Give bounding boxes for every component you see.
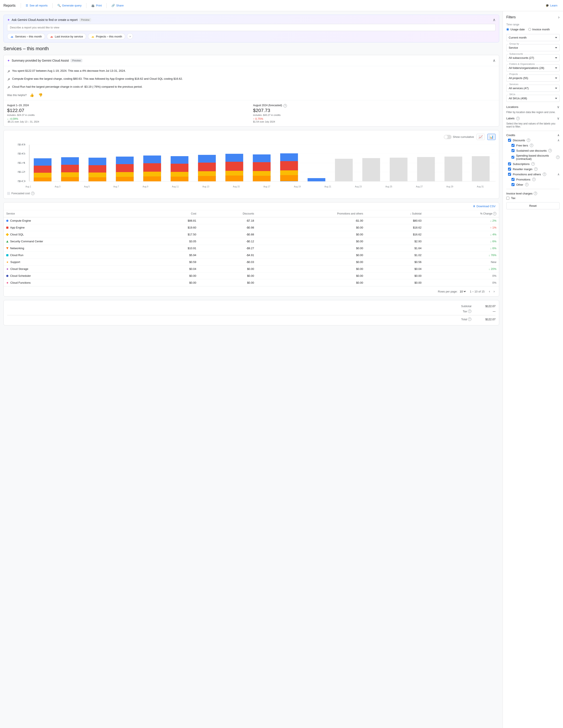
labels-help-icon[interactable]: ? xyxy=(516,117,520,120)
gemini-input[interactable] xyxy=(7,24,496,31)
projects-select[interactable]: All projects (55) xyxy=(506,75,560,82)
change-cell: ↓ 76% xyxy=(424,252,499,259)
cumulative-switch[interactable] xyxy=(444,135,452,139)
discounts-checkbox[interactable] xyxy=(508,139,511,142)
service-cell: ★ Support xyxy=(4,259,151,266)
labels-collapsible[interactable]: Labels ? ∨ xyxy=(506,116,560,120)
promotions-others-checkbox[interactable] xyxy=(508,173,511,176)
group-by-select[interactable]: Service xyxy=(506,44,560,51)
sustained-item: Sustained use discounts ? xyxy=(512,149,560,152)
cost-cell: $88.81 xyxy=(151,217,199,224)
report-chip-services[interactable]: ☁ Services – this month xyxy=(7,33,45,40)
other-help-icon[interactable]: ? xyxy=(525,183,529,186)
trend-icon-1: ↗ xyxy=(7,69,10,74)
spending-item: Spending based discounts (contractual) ? xyxy=(512,154,560,160)
spending-help-icon[interactable]: ? xyxy=(556,156,560,159)
change-cell: ↓ 20% xyxy=(424,266,499,272)
promotions-help-icon[interactable]: ? xyxy=(532,178,536,181)
nav-divider-2 xyxy=(52,3,53,8)
promotions-checkbox[interactable] xyxy=(512,178,515,181)
see-all-reports-button[interactable]: ☰ See all reports xyxy=(23,3,50,8)
current-month-select[interactable]: Current month xyxy=(506,34,560,41)
subscriptions-checkbox[interactable] xyxy=(508,162,511,165)
svg-rect-46 xyxy=(253,176,270,181)
report-chip-last-invoice[interactable]: ☁ Last invoice by service xyxy=(47,33,86,40)
summary-body: ↗ You spent $122.07 between Aug 1-19, 20… xyxy=(4,66,499,100)
gemini-banner-header: ✦ Ask Gemini Cloud Assist to find or cre… xyxy=(7,17,496,22)
sidebar-divider-credits xyxy=(506,131,560,131)
col-promotions: Promotions and others xyxy=(257,210,366,217)
generate-query-button[interactable]: 🔍 Generate query xyxy=(55,3,84,8)
subtotal-cell: $1.02 xyxy=(366,252,424,259)
subaccounts-select[interactable]: All subaccounts (27) xyxy=(506,54,560,61)
help-icon-forecast[interactable]: ? xyxy=(284,104,287,107)
show-cumulative-toggle[interactable]: Show cumulative xyxy=(444,135,474,139)
service-cell: Cloud Scheduler xyxy=(4,272,151,279)
svg-rect-33 xyxy=(171,172,188,177)
collapse-button[interactable]: ∧ xyxy=(493,17,496,22)
subtotal-cell: $0.00 xyxy=(366,279,424,286)
invoice-charges-help-icon[interactable]: ? xyxy=(534,192,537,195)
services-select[interactable]: All services (47) xyxy=(506,85,560,92)
svg-text:$8: $8 xyxy=(17,143,26,146)
free-tiers-checkbox[interactable] xyxy=(512,144,515,147)
sustained-checkbox[interactable] xyxy=(512,149,515,152)
promotions-cell: $0.00 xyxy=(257,238,366,245)
summary-card-header: ✦ Summary provided by Gemini Cloud Assis… xyxy=(4,55,499,66)
bar-chart-button[interactable]: 📊 xyxy=(487,134,496,140)
cost-cell: $0.59 xyxy=(151,259,199,266)
share-button[interactable]: 🔗 Share xyxy=(109,3,126,8)
change-help-icon[interactable]: ? xyxy=(493,212,496,215)
table-row: Cloud Scheduler $0.00 $0.00 $0.00 $0.00 … xyxy=(4,272,499,279)
thumbs-up-button[interactable]: 👍 xyxy=(28,93,35,98)
folders-wrapper: Folders & Organizations All folders/orga… xyxy=(506,64,560,72)
locations-collapsible[interactable]: Locations ∨ xyxy=(506,105,560,109)
labels-hint: Select the key and values of the labels … xyxy=(506,122,560,128)
labels-expand-icon: ∨ xyxy=(557,116,560,120)
rows-per-page-select[interactable]: 10 25 50 xyxy=(459,290,466,293)
learn-button[interactable]: 🎓 Learn xyxy=(543,3,560,8)
chips-next-button[interactable]: › xyxy=(127,33,133,39)
tax-checkbox[interactable] xyxy=(506,197,509,200)
stat-change-1: ↓ -4.09% xyxy=(7,117,249,120)
spending-checkbox[interactable] xyxy=(512,156,514,159)
page-info: 1 – 10 of 15 xyxy=(470,290,485,293)
next-page-button[interactable]: › xyxy=(493,289,496,294)
free-tiers-help-icon[interactable]: ? xyxy=(530,144,533,147)
cloud-icon-2: ☁ xyxy=(50,35,53,38)
chart-controls: Show cumulative 📈 📊 xyxy=(7,134,496,140)
thumbs-down-button[interactable]: 👎 xyxy=(37,93,44,98)
skus-select[interactable]: All SKUs (408) xyxy=(506,95,560,102)
promotions-others-help-icon[interactable]: ? xyxy=(543,173,546,176)
reset-button[interactable]: Reset xyxy=(506,202,560,209)
learn-icon: 🎓 xyxy=(546,4,549,7)
line-chart-button[interactable]: 📈 xyxy=(477,134,485,140)
other-checkbox[interactable] xyxy=(512,183,515,186)
preview-badge: Preview xyxy=(79,18,91,22)
summary-collapse-button[interactable]: ∧ xyxy=(493,58,496,63)
total-help-icon[interactable]: ? xyxy=(468,317,471,321)
report-chip-projects[interactable]: ☁ Projects – this month xyxy=(88,33,125,40)
chart-x-labels: Aug 1Aug 3Aug 5Aug 7Aug 9Aug 11Aug 13Aug… xyxy=(7,185,496,188)
folders-select[interactable]: All folders/organizations (28) xyxy=(506,64,560,72)
invoice-month-radio[interactable]: Invoice month xyxy=(528,28,550,31)
usage-date-radio[interactable]: Usage date xyxy=(506,28,525,31)
table-row: ★ Support $0.59 -$0.03 $0.00 $0.56 New xyxy=(4,259,499,266)
tax-help-icon[interactable]: ? xyxy=(468,310,471,313)
prev-page-button[interactable]: ‹ xyxy=(488,289,491,294)
download-csv-button[interactable]: ⬇ Download CSV xyxy=(473,205,496,208)
credits-title[interactable]: Credits ∧ xyxy=(506,134,560,137)
filters-expand-button[interactable]: › xyxy=(558,15,560,20)
svg-rect-50 xyxy=(280,175,298,181)
forecasted-help-icon[interactable]: ? xyxy=(31,192,34,195)
sustained-help-icon[interactable]: ? xyxy=(548,149,552,152)
table-row: App Engine $19.60 -$0.98 $0.00 $18.62 ↑ … xyxy=(4,224,499,231)
print-button[interactable]: 🖨️ Print xyxy=(89,3,104,8)
summary-card: ✦ Summary provided by Gemini Cloud Assis… xyxy=(3,55,499,127)
reseller-help-icon[interactable]: ? xyxy=(534,167,538,171)
subscriptions-help-icon[interactable]: ? xyxy=(531,162,535,166)
service-cell: App Engine xyxy=(4,224,151,231)
reseller-checkbox[interactable] xyxy=(508,168,511,171)
discounts-help-icon[interactable]: ? xyxy=(527,138,530,142)
promotions-cell: $0.00 xyxy=(257,231,366,238)
